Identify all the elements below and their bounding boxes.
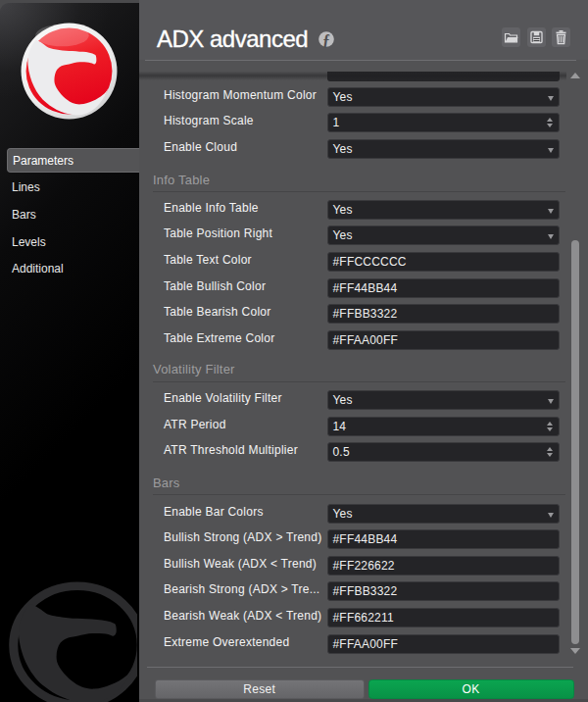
svg-text:ƒ: ƒ <box>322 31 330 48</box>
